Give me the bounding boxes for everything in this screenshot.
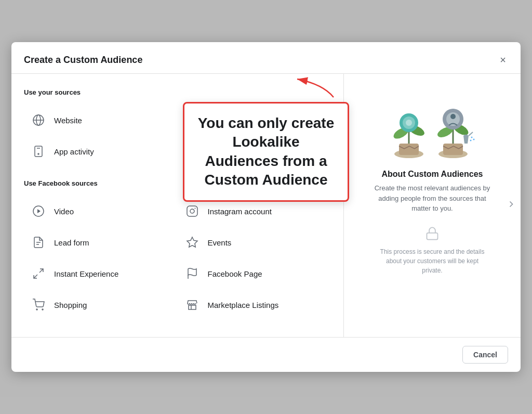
close-button[interactable]: × [498,53,508,67]
svg-marker-10 [37,209,41,213]
chevron-right-icon[interactable] [506,199,516,212]
svg-point-13 [194,208,195,209]
option-instant-experience-label: Instant Experience [54,269,118,278]
globe-icon [30,112,47,128]
option-video[interactable]: Video [24,196,178,227]
svg-line-40 [469,132,473,136]
option-lead-form-label: Lead form [54,238,89,247]
callout-text: You can only create Lookalike Audiences … [197,114,335,190]
svg-point-43 [470,140,472,141]
svg-rect-44 [427,232,438,239]
option-website[interactable]: Website [24,105,178,136]
svg-point-42 [473,139,475,140]
option-lead-form[interactable]: Lead form [24,227,178,258]
about-title: About Custom Audiences [382,170,483,179]
svg-rect-11 [187,206,197,216]
facebook-sources-grid: Video Instagram account Lead [24,196,331,320]
svg-line-17 [39,269,43,273]
svg-marker-16 [187,237,197,247]
option-app-activity[interactable]: App activity [24,136,178,167]
svg-point-7 [38,153,39,154]
modal-title: Create a Custom Audience [24,55,142,66]
modal: Create a Custom Audience × Use your sour… [11,42,521,372]
modal-footer: Cancel [11,337,521,372]
option-events[interactable]: Events [178,227,331,258]
play-circle-icon [30,203,47,219]
option-instagram-label: Instagram account [208,207,272,216]
flag-icon [184,265,201,282]
modal-header: Create a Custom Audience × [11,42,521,74]
option-marketplace[interactable]: Marketplace Listings [178,289,331,320]
option-facebook-page[interactable]: Facebook Page [178,258,331,289]
arrows-expand-icon [30,265,47,282]
svg-rect-22 [189,305,196,309]
svg-point-39 [450,114,456,119]
option-events-label: Events [208,238,232,247]
option-marketplace-label: Marketplace Listings [208,301,279,309]
mobile-icon [30,143,47,160]
modal-overlay: Create a Custom Audience × Use your sour… [0,0,532,414]
store-icon [184,296,201,313]
star-icon [184,234,201,251]
modal-body: Use your sources Website Custo [11,74,521,337]
option-instant-experience[interactable]: Instant Experience [24,258,178,289]
svg-point-12 [190,209,194,213]
option-facebook-page-label: Facebook Page [208,269,262,278]
option-video-label: Video [54,207,74,216]
option-app-activity-label: App activity [54,147,94,156]
right-panel: About Custom Audiences Create the most r… [344,74,521,337]
privacy-text: This process is secure and the details a… [375,247,489,275]
callout-container: You can only create Lookalike Audiences … [183,74,349,202]
svg-rect-5 [35,146,42,157]
svg-rect-25 [399,144,419,155]
svg-point-41 [471,137,473,138]
svg-point-31 [406,120,412,126]
svg-line-18 [34,275,37,278]
lock-icon [425,226,440,243]
privacy-section: This process is secure and the details a… [375,226,489,275]
callout-box: You can only create Lookalike Audiences … [183,102,349,202]
option-website-label: Website [54,116,82,125]
cancel-button[interactable]: Cancel [462,346,508,364]
option-shopping-label: Shopping [54,301,87,309]
about-desc: Create the most relevant audiences by ad… [370,183,495,214]
svg-rect-33 [443,144,463,155]
shopping-cart-icon [30,296,47,313]
option-shopping[interactable]: Shopping [24,289,178,320]
instagram-icon [184,203,201,219]
svg-point-20 [36,309,37,310]
illustration [380,86,484,170]
file-icon [30,234,47,251]
svg-point-21 [42,309,43,310]
